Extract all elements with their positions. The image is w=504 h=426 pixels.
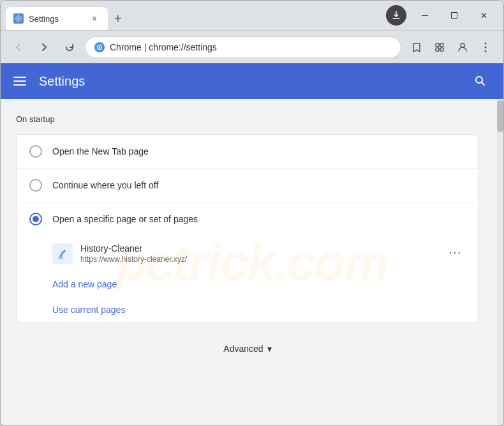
hamburger-line-1 — [13, 77, 26, 78]
page-item-icon — [52, 243, 73, 264]
use-current-pages-button[interactable]: Use current pages — [17, 297, 478, 323]
page-content: Settings pctrick.com On startup — [1, 63, 503, 425]
tabs-area: Settings × + — [6, 1, 382, 30]
radio-option-new-tab[interactable]: Open the New Tab page — [17, 135, 478, 168]
url-site-name: Chrome — [110, 42, 142, 52]
settings-header: Settings — [1, 63, 503, 99]
radio-circle-continue — [29, 179, 42, 192]
url-favicon — [94, 42, 105, 52]
minimize-button[interactable] — [410, 5, 440, 26]
settings-page-title: Settings — [39, 74, 457, 89]
svg-point-12 — [485, 50, 487, 52]
advanced-section: Advanced ▾ — [16, 323, 479, 374]
chevron-down-icon: ▾ — [267, 344, 272, 354]
svg-rect-2 — [452, 13, 457, 19]
radio-label-new-tab: Open the New Tab page — [52, 146, 149, 156]
menu-button[interactable] — [475, 37, 496, 57]
radio-label-continue: Continue where you left off — [52, 180, 158, 190]
hamburger-line-2 — [13, 80, 26, 82]
startup-card: Open the New Tab page Continue where you… — [16, 134, 479, 323]
url-bar[interactable]: Chrome | chrome://settings — [85, 36, 401, 58]
settings-body: pctrick.com On startup Open the New Tab … — [1, 99, 503, 425]
advanced-label: Advanced — [223, 344, 263, 354]
url-path: chrome://settings — [149, 42, 217, 52]
radio-inner-specific — [33, 216, 39, 222]
advanced-button[interactable]: Advanced ▾ — [213, 339, 281, 359]
page-item-name: History-Cleaner — [80, 243, 438, 254]
startup-page-item: History-Cleaner https://www.history-clea… — [17, 236, 478, 271]
browser-window: Settings × + ✕ — [0, 0, 504, 426]
svg-point-10 — [485, 42, 487, 44]
svg-rect-6 — [440, 43, 443, 47]
active-tab[interactable]: Settings × — [6, 7, 108, 30]
hamburger-line-3 — [13, 84, 26, 86]
svg-rect-1 — [422, 15, 428, 16]
tab-close-button[interactable]: × — [89, 13, 100, 24]
hamburger-menu-button[interactable] — [11, 74, 29, 88]
svg-point-9 — [461, 43, 464, 47]
download-indicator[interactable] — [386, 5, 406, 26]
new-tab-button[interactable]: + — [110, 8, 126, 30]
settings-search-button[interactable] — [468, 68, 493, 94]
bookmark-button[interactable] — [406, 37, 427, 57]
address-bar: Chrome | chrome://settings — [1, 30, 503, 63]
profile-button[interactable] — [452, 37, 473, 57]
radio-label-specific: Open a specific page or set of pages — [52, 214, 198, 224]
radio-circle-specific — [29, 213, 42, 225]
tab-title: Settings — [29, 14, 84, 24]
page-item-url: https://www.history-cleaner.xyz/ — [80, 255, 438, 264]
radio-option-continue[interactable]: Continue where you left off — [17, 168, 478, 202]
svg-rect-8 — [440, 48, 443, 51]
scrollbar-thumb[interactable] — [497, 100, 503, 132]
section-title: On startup — [16, 114, 479, 124]
browser-actions — [406, 37, 496, 57]
svg-point-4 — [99, 46, 101, 48]
svg-rect-7 — [436, 48, 439, 51]
svg-rect-15 — [58, 257, 63, 259]
page-item-info: History-Cleaner https://www.history-clea… — [80, 243, 438, 264]
forward-button[interactable] — [34, 37, 54, 57]
maximize-button[interactable] — [440, 5, 469, 26]
tab-favicon — [13, 13, 24, 24]
svg-point-11 — [485, 46, 487, 48]
scrollbar-track[interactable] — [497, 99, 503, 425]
extensions-button[interactable] — [429, 37, 450, 57]
add-new-page-button[interactable]: Add a new page — [17, 271, 478, 297]
page-item-more-button[interactable]: ⋮ — [445, 243, 466, 264]
radio-option-specific[interactable]: Open a specific page or set of pages — [17, 202, 478, 236]
radio-circle-new-tab — [29, 145, 42, 158]
history-cleaner-icon-svg — [55, 246, 70, 261]
svg-point-0 — [18, 18, 20, 20]
title-bar: Settings × + ✕ — [1, 1, 503, 30]
url-text: Chrome | chrome://settings — [110, 42, 392, 52]
settings-main: pctrick.com On startup Open the New Tab … — [1, 99, 503, 425]
back-button[interactable] — [8, 37, 29, 57]
close-button[interactable]: ✕ — [469, 5, 498, 26]
reload-button[interactable] — [59, 37, 80, 57]
svg-rect-5 — [436, 43, 439, 47]
